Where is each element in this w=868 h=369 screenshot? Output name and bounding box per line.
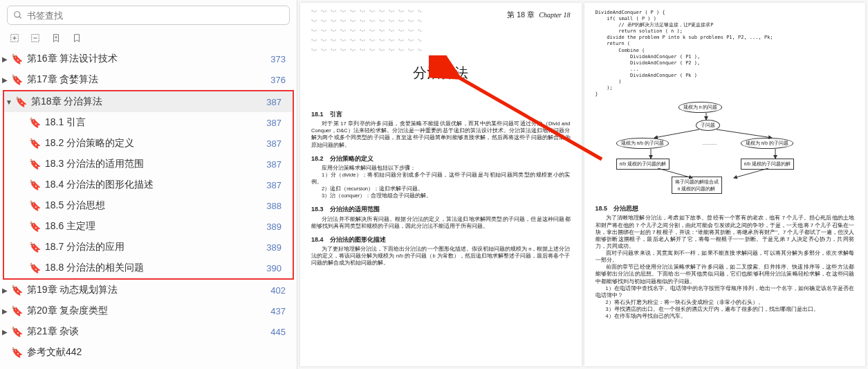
chapter-label: 第18章 分治算法 <box>31 96 266 108</box>
section-18-7[interactable]: 🔖18.7 分治法的应用389 <box>4 237 293 258</box>
svg-line-1 <box>19 17 21 19</box>
paragraph: 3）寻找酒店的出口。在一个很长的酒店大厅内，遍布了很多的门，找出哪扇门是出口。 <box>595 306 855 313</box>
bookmarks-sidebar: ▶ 🔖 第16章 算法设计技术 373 ▶ 🔖 第17章 贪婪算法 376 ▼ … <box>0 0 297 369</box>
svg-point-0 <box>15 12 20 17</box>
chapter-16[interactable]: ▶ 🔖 第16章 算法设计技术 373 <box>0 48 297 69</box>
chevron-right-icon: ▶ <box>0 287 10 294</box>
section-heading: 18.5 分治思想 <box>595 204 855 213</box>
bookmark-icon: 🔖 <box>29 262 41 273</box>
section-18-1[interactable]: 🔖18.1 引言387 <box>4 112 293 133</box>
section-18-2[interactable]: 🔖18.2 分治策略的定义387 <box>4 133 293 154</box>
page-number: 445 <box>270 327 286 337</box>
bookmark-icon: 🔖 <box>11 53 23 64</box>
chevron-right-icon: ▶ <box>0 76 10 84</box>
bookmark-icon: 🔖 <box>11 326 23 337</box>
paragraph: 分治法并不能解决所有问题。根据分治法的定义，算法递归地求解同类型的子问题，但是这… <box>311 216 571 230</box>
bookmark-icon: 🔖 <box>29 200 41 211</box>
paragraph: 前面的章节已经使用分治法策略求解了许多问题，如二叉搜索、归并排序、快速排序等，这… <box>595 264 855 285</box>
divide-conquer-diagram: 规模为 n 的问题 子问题 规模为 n/b 的子问题 ……… 规模为 n/b 的… <box>595 102 855 199</box>
svg-line-10 <box>654 129 699 138</box>
chapter-label: 第17章 贪婪算法 <box>27 73 270 86</box>
bookmark-icon: 🔖 <box>11 305 23 316</box>
chapter-label: 第19章 动态规划算法 <box>27 284 270 296</box>
chapter-number-en: Chapter 18 <box>539 10 570 20</box>
section-18-3[interactable]: 🔖18.3 分治法的适用范围387 <box>4 154 293 174</box>
section-label: 18.5 分治思想 <box>45 199 266 212</box>
bookmark-icon: 🔖 <box>11 347 23 358</box>
chapter-19[interactable]: ▶ 🔖 第19章 动态规划算法 402 <box>0 280 297 300</box>
svg-line-15 <box>734 168 768 178</box>
page-right: DivideAndConquer ( P ) { if( small ( P )… <box>584 3 866 366</box>
bookmark-icon: 🔖 <box>29 159 41 170</box>
chapter-20[interactable]: ▶ 🔖 第20章 复杂度类型 437 <box>0 300 297 321</box>
pseudocode-block: DivideAndConquer ( P ) { if( small ( P )… <box>595 10 855 98</box>
bookmark-add-icon[interactable] <box>50 32 62 44</box>
bookmark-icon: 🔖 <box>29 179 41 190</box>
document-viewport[interactable]: 第 18 章 Chapter 18 分治算法 18.1 引言 对于第 17 章列… <box>297 0 868 369</box>
page-number: 387 <box>266 159 281 170</box>
bookmark-icon[interactable] <box>71 32 83 44</box>
page-number: 437 <box>270 306 286 316</box>
section-label: 18.3 分治法的适用范围 <box>45 158 266 170</box>
section-18-8[interactable]: 🔖18.8 分治法的相关问题390 <box>4 258 293 278</box>
paragraph: 为了更好地理解分治法，下面给出分治法的一个图形化描述。假设初始问题的规模为 n，… <box>311 246 571 267</box>
paragraph: 1）在电话簿中查找名字。电话簿中的名字按照字母顺序排列，给出一个名字，如何确定该… <box>595 285 855 299</box>
chapter-title: 分治算法 <box>311 64 571 82</box>
bookmark-tree: ▶ 🔖 第16章 算法设计技术 373 ▶ 🔖 第17章 贪婪算法 376 ▼ … <box>0 48 297 369</box>
bookmark-icon: 🔖 <box>29 138 41 149</box>
bookmark-icon: 🔖 <box>29 242 41 253</box>
section-label: 18.6 主定理 <box>45 220 266 233</box>
page-number: 390 <box>266 263 281 273</box>
page-number: 387 <box>266 138 281 149</box>
svg-line-11 <box>717 129 772 138</box>
page-number: 402 <box>270 285 286 296</box>
bookmark-icon: 🔖 <box>29 221 41 232</box>
paragraph: 对于第 17 章列举的许多问题，贪婪策略不能提供最优解，而其中的某些问题可通过分… <box>311 120 571 149</box>
section-18-6[interactable]: 🔖18.6 主定理389 <box>4 216 293 237</box>
search-box[interactable] <box>7 6 290 25</box>
search-input[interactable] <box>27 10 284 21</box>
paragraph: 为了清晰地理解分治法，考虑如下故事。曾经有一个富有的老农，他有 7 个儿子。担心… <box>595 215 855 250</box>
chevron-down-icon: ▼ <box>4 98 14 106</box>
section-label: 18.7 分治法的应用 <box>45 241 266 253</box>
collapse-all-icon[interactable] <box>29 32 41 44</box>
bookmark-icon: 🔖 <box>29 117 41 128</box>
paragraph: 2）将石头打磨为粉尘：将一块石头变成粉尘（非常小的石头）。 <box>595 299 855 306</box>
section-18-4[interactable]: 🔖18.4 分治法的图形化描述387 <box>4 174 293 195</box>
paragraph: 4）在停车场内寻找自己的汽车。 <box>595 313 855 320</box>
bookmark-icon: 🔖 <box>11 74 23 85</box>
page-number: 389 <box>266 242 281 253</box>
section-18-5[interactable]: 🔖18.5 分治思想388 <box>4 195 293 216</box>
chapter-label: 参考文献442 <box>27 346 286 359</box>
chapter-label: 第16章 算法设计技术 <box>27 53 270 65</box>
section-label: 18.2 分治策略的定义 <box>45 137 266 150</box>
chapter-decoration <box>311 10 422 58</box>
paragraph: 3）治（conquer）：合理地组合子问题的解。 <box>311 192 571 199</box>
section-heading: 18.2 分治策略的定义 <box>311 154 571 163</box>
highlighted-chapter-box: ▼ 🔖 第18章 分治算法 387 🔖18.1 引言387 🔖18.2 分治策略… <box>3 90 294 280</box>
page-number: 388 <box>266 201 281 211</box>
search-icon <box>13 10 23 20</box>
chapter-18[interactable]: ▼ 🔖 第18章 分治算法 387 <box>4 91 293 112</box>
section-heading: 18.4 分治法的图形化描述 <box>311 235 571 244</box>
section-label: 18.4 分治法的图形化描述 <box>45 179 266 191</box>
page-left: 第 18 章 Chapter 18 分治算法 18.1 引言 对于第 17 章列… <box>300 3 582 366</box>
page-number: 387 <box>266 180 281 190</box>
page-number: 387 <box>266 97 281 107</box>
expand-all-icon[interactable] <box>8 32 21 44</box>
svg-line-14 <box>658 168 692 178</box>
page-number: 387 <box>266 118 281 128</box>
section-label: 18.8 分治法的相关问题 <box>45 262 266 274</box>
bookmark-icon: 🔖 <box>15 96 27 107</box>
chapter-label: 第20章 复杂度类型 <box>27 305 270 317</box>
chapter-21[interactable]: ▶ 🔖 第21章 杂谈 445 <box>0 321 297 342</box>
chapter-17[interactable]: ▶ 🔖 第17章 贪婪算法 376 <box>0 69 297 90</box>
paragraph: 应用分治策略求解问题包括以下步骤： <box>311 165 571 172</box>
paragraph: 1）分（divide）：将初始问题分割成多个子问题，这些子问题是与初始问题同类型… <box>311 172 571 186</box>
references[interactable]: 🔖 参考文献442 <box>0 342 297 363</box>
paragraph: 面对子问题求来说，其意寓则不一样，如果不能直接求解问题，可以将其分解为多部分，依… <box>595 250 855 264</box>
bookmark-icon: 🔖 <box>11 285 23 296</box>
bookmark-toolbar <box>0 29 297 48</box>
page-number: 373 <box>270 54 286 64</box>
paragraph: 2）递归（recursion）：递归求解子问题。 <box>311 186 571 192</box>
